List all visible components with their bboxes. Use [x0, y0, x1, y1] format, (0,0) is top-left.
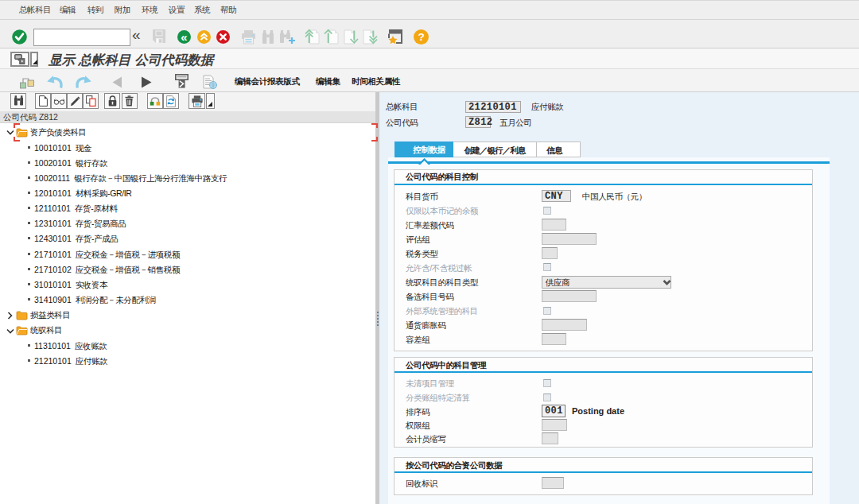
- svg-text:«: «: [181, 30, 187, 44]
- svg-text:?: ?: [418, 31, 424, 43]
